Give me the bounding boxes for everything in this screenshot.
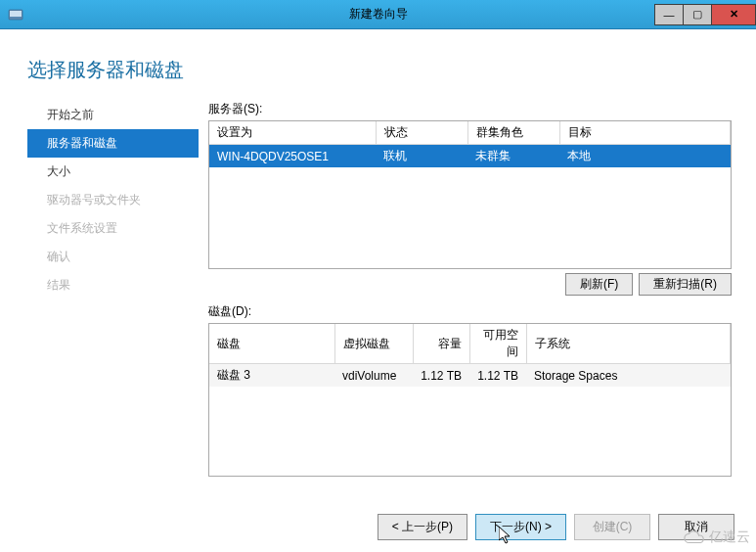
rescan-button[interactable]: 重新扫描(R) — [639, 273, 732, 296]
server-col-status[interactable]: 状态 — [376, 121, 467, 145]
nav-drive-letter: 驱动器号或文件夹 — [27, 186, 199, 214]
refresh-button[interactable]: 刷新(F) — [565, 273, 633, 296]
server-label: 服务器(S): — [208, 101, 732, 117]
window-title: 新建卷向导 — [0, 6, 756, 23]
cancel-button[interactable]: 取消 — [658, 514, 734, 540]
window-controls: — ▢ ✕ — [655, 4, 756, 25]
wizard-footer: < 上一步(P) 下一步(N) > 创建(C) 取消 — [378, 514, 734, 540]
maximize-button[interactable]: ▢ — [683, 4, 712, 25]
disk-cell-subsystem: Storage Spaces — [526, 364, 731, 388]
disk-col-disk[interactable]: 磁盘 — [209, 324, 334, 364]
disk-cell-capacity: 1.12 TB — [413, 364, 469, 388]
nav-confirm: 确认 — [27, 243, 199, 271]
page-heading: 选择服务器和磁盘 — [20, 39, 736, 101]
nav-result: 结果 — [27, 271, 199, 299]
disk-col-free[interactable]: 可用空间 — [469, 324, 526, 364]
prev-button[interactable]: < 上一步(P) — [378, 514, 467, 540]
disk-cell-virtual: vdiVolume — [334, 364, 413, 388]
server-row[interactable]: WIN-4DQDV25OSE1 联机 未群集 本地 — [209, 145, 731, 168]
disk-table: 磁盘 虚拟磁盘 容量 可用空间 子系统 磁盘 3 vdiVolume 1.12 … — [209, 324, 731, 387]
svg-rect-1 — [10, 11, 22, 17]
server-cell-target: 本地 — [559, 145, 731, 168]
server-cell-cluster: 未群集 — [467, 145, 559, 168]
create-button: 创建(C) — [574, 514, 650, 540]
disk-col-virtual[interactable]: 虚拟磁盘 — [334, 324, 413, 364]
disk-cell-free: 1.12 TB — [469, 364, 526, 388]
nav-filesystem: 文件系统设置 — [27, 214, 199, 243]
disk-label: 磁盘(D): — [208, 303, 732, 320]
disk-table-box: 磁盘 虚拟磁盘 容量 可用空间 子系统 磁盘 3 vdiVolume 1.12 … — [208, 323, 732, 477]
nav-before-begin[interactable]: 开始之前 — [27, 101, 199, 129]
disk-row[interactable]: 磁盘 3 vdiVolume 1.12 TB 1.12 TB Storage S… — [209, 364, 731, 388]
disk-col-subsystem[interactable]: 子系统 — [526, 324, 731, 364]
nav-server-disk[interactable]: 服务器和磁盘 — [27, 129, 199, 158]
server-col-target[interactable]: 目标 — [559, 121, 731, 145]
server-col-cluster[interactable]: 群集角色 — [467, 121, 559, 145]
minimize-button[interactable]: — — [654, 4, 684, 25]
app-icon — [8, 7, 23, 23]
close-button[interactable]: ✕ — [711, 4, 756, 25]
disk-col-capacity[interactable]: 容量 — [413, 324, 469, 364]
nav-size[interactable]: 大小 — [27, 158, 199, 186]
server-table-box: 设置为 状态 群集角色 目标 WIN-4DQDV25OSE1 联机 未群集 本地 — [208, 120, 732, 269]
server-col-provision[interactable]: 设置为 — [209, 121, 376, 145]
wizard-nav: 开始之前 服务器和磁盘 大小 驱动器号或文件夹 文件系统设置 确认 结果 — [27, 101, 199, 481]
disk-cell-disk: 磁盘 3 — [209, 364, 334, 388]
server-table: 设置为 状态 群集角色 目标 WIN-4DQDV25OSE1 联机 未群集 本地 — [209, 121, 731, 167]
server-cell-name: WIN-4DQDV25OSE1 — [209, 145, 376, 168]
server-cell-status: 联机 — [376, 145, 467, 168]
next-button[interactable]: 下一步(N) > — [475, 514, 566, 540]
